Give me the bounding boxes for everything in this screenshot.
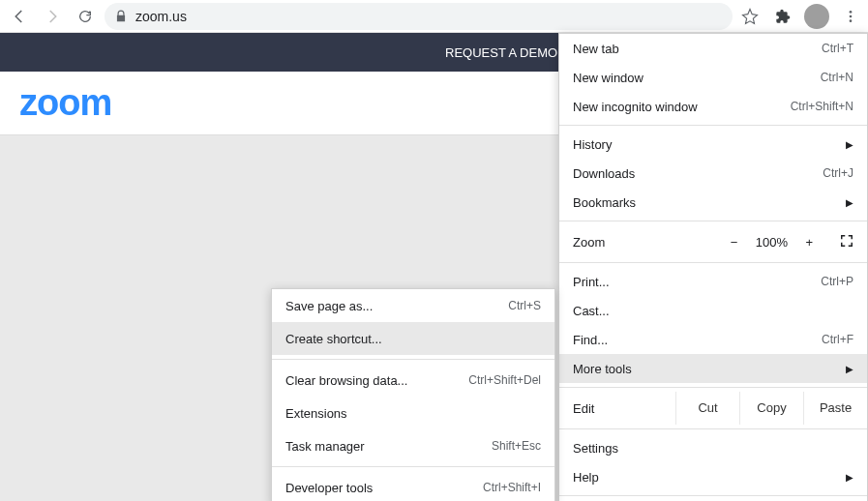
menu-cast[interactable]: Cast... [559, 296, 867, 325]
fullscreen-button[interactable] [840, 234, 853, 250]
fullscreen-icon [840, 234, 853, 248]
address-bar[interactable]: zoom.us [105, 3, 733, 30]
chevron-right-icon: ▶ [846, 364, 853, 374]
menu-separator [559, 495, 867, 496]
browser-toolbar: zoom.us [0, 0, 868, 33]
arrow-right-icon [44, 8, 61, 25]
zoom-in-button[interactable]: + [805, 235, 813, 250]
bookmark-star-button[interactable] [738, 5, 762, 28]
zoom-out-button[interactable]: − [731, 235, 738, 250]
menu-separator [559, 221, 867, 221]
menu-more-tools[interactable]: More tools ▶ [559, 354, 867, 383]
reload-icon [77, 9, 93, 24]
lock-icon [114, 10, 128, 23]
profile-avatar[interactable] [804, 4, 829, 29]
menu-separator [559, 428, 867, 429]
submenu-task-manager[interactable]: Task manager Shift+Esc [272, 429, 554, 462]
edit-cut[interactable]: Cut [675, 392, 739, 425]
chrome-main-menu: New tab Ctrl+T New window Ctrl+N New inc… [558, 33, 868, 501]
dots-vertical-icon [843, 9, 858, 24]
chevron-right-icon: ▶ [846, 197, 853, 208]
menu-separator [272, 359, 554, 360]
more-tools-submenu: Save page as... Ctrl+S Create shortcut..… [271, 288, 555, 501]
menu-edit: Edit Cut Copy Paste [559, 392, 867, 425]
menu-new-window[interactable]: New window Ctrl+N [559, 63, 867, 92]
menu-separator [559, 125, 867, 126]
edit-copy[interactable]: Copy [739, 392, 803, 425]
menu-help[interactable]: Help ▶ [559, 462, 867, 491]
chrome-menu-button[interactable] [839, 5, 862, 28]
chevron-right-icon: ▶ [846, 472, 853, 483]
menu-zoom: Zoom − 100% + [559, 225, 867, 258]
svg-point-2 [850, 19, 853, 22]
submenu-extensions[interactable]: Extensions [272, 397, 554, 429]
menu-separator [559, 387, 867, 388]
submenu-dev-tools[interactable]: Developer tools Ctrl+Shift+I [272, 471, 554, 501]
submenu-save-page[interactable]: Save page as... Ctrl+S [272, 289, 554, 322]
star-icon [741, 8, 759, 25]
menu-print[interactable]: Print... Ctrl+P [559, 267, 867, 296]
submenu-create-shortcut[interactable]: Create shortcut... [272, 322, 554, 355]
extensions-button[interactable] [771, 5, 794, 28]
reload-button[interactable] [72, 3, 99, 30]
svg-point-0 [850, 11, 853, 14]
menu-history[interactable]: History ▶ [559, 130, 867, 159]
menu-separator [272, 466, 554, 467]
zoom-logo: zoom [19, 82, 111, 124]
puzzle-icon [775, 9, 791, 24]
svg-point-1 [850, 15, 853, 17]
chevron-right-icon: ▶ [846, 139, 853, 150]
menu-new-incognito[interactable]: New incognito window Ctrl+Shift+N [559, 92, 867, 121]
request-demo-link[interactable]: REQUEST A DEMO [445, 45, 557, 60]
menu-new-tab[interactable]: New tab Ctrl+T [559, 34, 867, 63]
menu-downloads[interactable]: Downloads Ctrl+J [559, 159, 867, 188]
submenu-clear-browsing[interactable]: Clear browsing data... Ctrl+Shift+Del [272, 364, 554, 397]
menu-bookmarks[interactable]: Bookmarks ▶ [559, 188, 867, 217]
arrow-left-icon [11, 8, 28, 25]
url-text: zoom.us [135, 9, 187, 24]
back-button[interactable] [6, 3, 33, 30]
menu-find[interactable]: Find... Ctrl+F [559, 325, 867, 354]
menu-settings[interactable]: Settings [559, 433, 867, 462]
menu-separator [559, 262, 867, 263]
edit-paste[interactable]: Paste [803, 392, 867, 425]
zoom-value: 100% [751, 235, 792, 250]
forward-button[interactable] [39, 3, 66, 30]
